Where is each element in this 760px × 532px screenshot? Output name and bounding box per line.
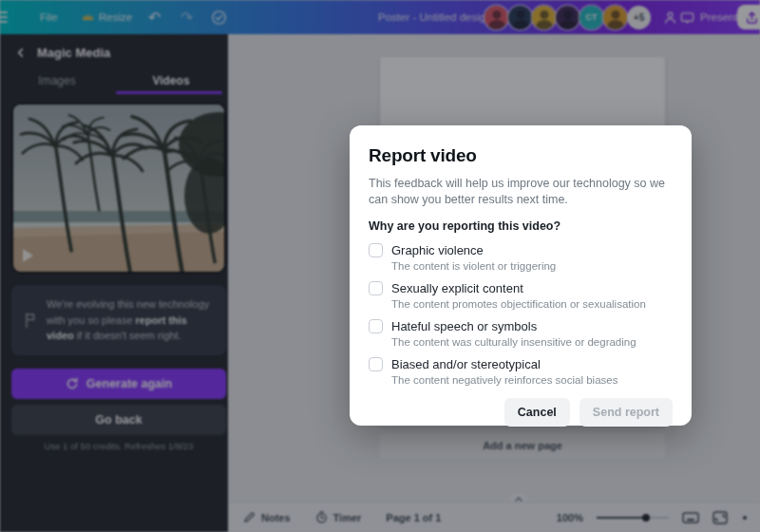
dialog-description: This feedback will help us improve our t… [369, 176, 673, 208]
report-option: Biased and/or stereotypical The content … [369, 357, 673, 386]
option-label[interactable]: Graphic violence [391, 243, 484, 257]
checkbox-sexually-explicit[interactable] [369, 281, 383, 295]
option-label[interactable]: Biased and/or stereotypical [391, 357, 541, 371]
send-report-button[interactable]: Send report [580, 398, 673, 427]
report-option: Hateful speech or symbols The content wa… [369, 319, 673, 348]
cancel-button[interactable]: Cancel [504, 398, 570, 427]
option-description: The content promotes objectification or … [391, 298, 673, 310]
option-description: The content is violent or triggering [391, 260, 673, 272]
option-label[interactable]: Hateful speech or symbols [391, 319, 537, 333]
report-video-dialog: Report video This feedback will help us … [350, 125, 692, 426]
dialog-title: Report video [369, 145, 673, 166]
checkbox-hateful-speech[interactable] [369, 319, 383, 333]
option-description: The content negatively reinforces social… [391, 374, 673, 386]
report-option: Graphic violence The content is violent … [369, 243, 673, 272]
option-label[interactable]: Sexually explicit content [391, 281, 523, 295]
dialog-question: Why are you reporting this video? [369, 219, 673, 233]
canva-editor-window: File Resize ↶ ↷ Poster - Untitled design… [0, 0, 760, 532]
checkbox-biased-stereotypical[interactable] [369, 357, 383, 371]
checkbox-graphic-violence[interactable] [369, 243, 383, 257]
option-description: The content was culturally insensitive o… [391, 336, 673, 348]
report-option: Sexually explicit content The content pr… [369, 281, 673, 310]
